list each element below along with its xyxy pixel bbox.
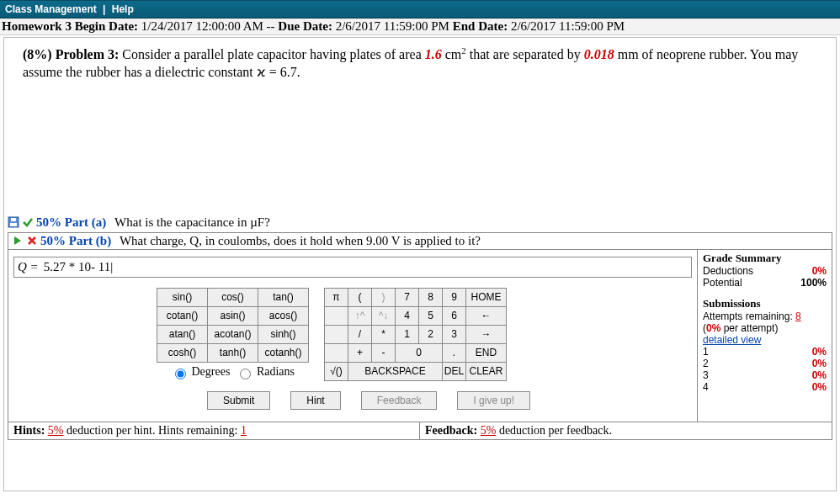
key-sqrt[interactable]: √() <box>325 362 348 380</box>
key-6[interactable]: 6 <box>443 306 466 325</box>
grade-sidebar: Grade Summary Deductions0% Potential100%… <box>697 250 832 422</box>
key-cotan[interactable]: cotan() <box>157 306 208 325</box>
key-tanh[interactable]: tanh() <box>208 343 258 362</box>
degrees-radio[interactable] <box>175 369 186 379</box>
key-backspace[interactable]: BACKSPACE <box>348 362 443 380</box>
part-b-text: What charge, Q, in coulombs, does it hol… <box>120 234 481 248</box>
problem-dist: 0.018 <box>584 47 614 61</box>
feedback-button[interactable]: Feedback <box>361 391 438 410</box>
disk-icon <box>8 216 19 228</box>
key-clear[interactable]: CLEAR <box>466 362 507 380</box>
function-keypad: sin() cos() tan() cotan() asin() acos() … <box>157 288 309 381</box>
svg-rect-1 <box>10 223 17 226</box>
key-acotan[interactable]: acotan() <box>208 325 258 343</box>
homework-bar: Homework 3 Begin Date: 1/24/2017 12:00:0… <box>0 19 840 35</box>
part-a-text: What is the capacitance in µF? <box>114 215 270 230</box>
key-left[interactable]: ← <box>466 306 507 325</box>
attempt-2-v: 0% <box>812 358 827 369</box>
deductions-value: 0% <box>812 265 827 277</box>
hints-info: Hints: 5% deduction per hint. Hints rema… <box>8 422 420 439</box>
key-cotanh[interactable]: cotanh() <box>258 343 309 362</box>
attempts-remaining: Attempts remaining: 8 <box>703 310 827 322</box>
detailed-view-link[interactable]: detailed view <box>703 334 827 346</box>
radians-radio[interactable] <box>240 369 251 379</box>
key-rparen[interactable]: ) <box>372 288 396 306</box>
problem-area: 1.6 <box>425 47 442 61</box>
key-asin[interactable]: asin() <box>208 306 258 325</box>
nav-help[interactable]: Help <box>112 3 134 15</box>
work-panel: Q = sin() cos() tan() cotan() <box>8 250 832 422</box>
key-blank2 <box>325 325 348 343</box>
key-end[interactable]: END <box>466 343 507 362</box>
svg-rect-2 <box>11 218 16 221</box>
x-icon <box>26 235 38 247</box>
part-a-row: 50% Part (a) What is the capacitance in … <box>4 215 836 231</box>
hint-button[interactable]: Hint <box>290 391 340 410</box>
number-keypad: π ( ) 7 8 9 HOME ↑^ ^↓ <box>324 288 507 381</box>
key-cosh[interactable]: cosh() <box>157 343 208 362</box>
degrees-option[interactable]: Degrees <box>171 365 230 378</box>
key-4[interactable]: 4 <box>396 306 419 325</box>
attempt-3-v: 0% <box>812 369 827 381</box>
key-right[interactable]: → <box>466 325 507 343</box>
problem-label: Problem 3: <box>56 47 120 61</box>
key-1[interactable]: 1 <box>396 325 419 343</box>
key-minus[interactable]: - <box>372 343 396 362</box>
potential-label: Potential <box>703 277 742 289</box>
key-blank3 <box>325 343 348 362</box>
hw-end-value: 2/6/2017 11:59:00 PM <box>511 19 625 33</box>
attempt-4-n: 4 <box>703 381 709 393</box>
key-7[interactable]: 7 <box>396 288 419 306</box>
nav-sep: | <box>103 3 105 15</box>
attempt-1-v: 0% <box>812 346 827 358</box>
hints-pct: 5% <box>48 424 64 437</box>
nav-class-mgmt[interactable]: Class Management <box>5 3 97 15</box>
key-atan[interactable]: atan() <box>157 325 208 343</box>
key-0[interactable]: 0 <box>396 343 443 362</box>
hw-begin-label: Homework 3 Begin Date: <box>2 19 138 33</box>
key-del[interactable]: DEL <box>443 362 466 380</box>
radians-option[interactable]: Radians <box>236 365 295 378</box>
hw-due-value: 2/6/2017 11:59:00 PM <box>336 19 449 33</box>
giveup-button[interactable]: I give up! <box>457 391 530 410</box>
submit-button[interactable]: Submit <box>207 391 270 410</box>
part-b-row: 50% Part (b) What charge, Q, in coulombs… <box>8 233 832 250</box>
problem-panel: (8%) Problem 3: Consider a parallel plat… <box>3 37 837 491</box>
key-tan[interactable]: tan() <box>258 288 309 306</box>
key-3[interactable]: 3 <box>443 325 466 343</box>
key-home[interactable]: HOME <box>466 288 507 306</box>
key-pi[interactable]: π <box>325 288 348 306</box>
answer-box[interactable]: Q = <box>13 257 692 278</box>
key-lparen[interactable]: ( <box>348 288 372 306</box>
feedback-info: Feedback: 5% deduction per feedback. <box>420 422 832 439</box>
part-b-label: 50% Part (b) <box>40 234 111 248</box>
problem-text1: Consider a parallel plate capacitor havi… <box>122 47 424 61</box>
key-5[interactable]: 5 <box>419 306 443 325</box>
attempt-1-n: 1 <box>703 346 709 358</box>
key-mul[interactable]: * <box>372 325 396 343</box>
top-nav: Class Management | Help <box>0 0 840 19</box>
key-9[interactable]: 9 <box>443 288 466 306</box>
hw-sep: -- <box>267 19 275 33</box>
attempts-remaining-value: 8 <box>795 310 801 322</box>
potential-value: 100% <box>800 277 827 289</box>
problem-text2: cm <box>442 47 462 61</box>
key-acos[interactable]: acos() <box>258 306 309 325</box>
key-2[interactable]: 2 <box>419 325 443 343</box>
key-downcaret[interactable]: ^↓ <box>372 306 396 325</box>
submissions-head: Submissions <box>703 297 827 310</box>
key-sin[interactable]: sin() <box>157 288 208 306</box>
part-a-label: 50% Part (a) <box>36 215 106 230</box>
problem-text3: that are separated by <box>466 47 584 61</box>
answer-input[interactable] <box>42 259 688 275</box>
key-8[interactable]: 8 <box>419 288 443 306</box>
key-plus[interactable]: + <box>348 343 372 362</box>
key-cos[interactable]: cos() <box>208 288 258 306</box>
angle-mode-row: Degrees Radians <box>157 362 309 380</box>
key-sinh[interactable]: sinh() <box>258 325 309 343</box>
hints-feedback-bar: Hints: 5% deduction per hint. Hints rema… <box>8 422 832 439</box>
grade-head: Grade Summary <box>703 252 827 265</box>
key-dot[interactable]: . <box>443 343 466 362</box>
key-div[interactable]: / <box>348 325 372 343</box>
key-upcaret[interactable]: ↑^ <box>348 306 372 325</box>
